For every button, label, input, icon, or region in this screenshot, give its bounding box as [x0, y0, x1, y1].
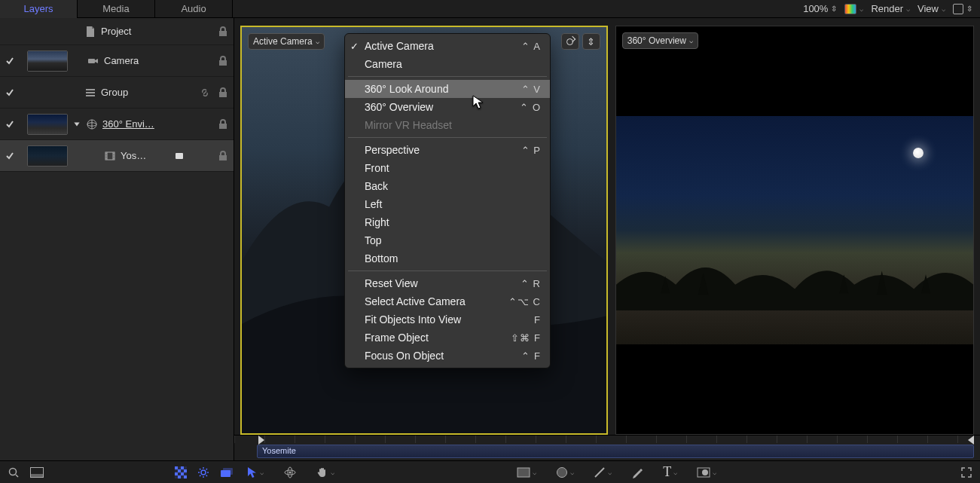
disclosure-triangle-icon[interactable]: [72, 118, 81, 130]
fullscreen-icon[interactable]: [960, 466, 972, 478]
menu-item-back[interactable]: Back: [345, 177, 550, 195]
menu-item-focus-object[interactable]: Focus On Object ⌃ F: [345, 347, 550, 365]
rectangle-tool[interactable]: ⌵: [517, 467, 536, 478]
timeline-clip[interactable]: Yosemite: [257, 445, 974, 458]
lock-icon[interactable]: [217, 87, 229, 99]
tab-media[interactable]: Media: [78, 0, 155, 18]
link-icon[interactable]: [199, 87, 211, 99]
visibility-checkbox[interactable]: [5, 119, 15, 130]
menu-shortcut: ⇧⌘ F: [511, 332, 541, 344]
lock-icon[interactable]: [217, 118, 229, 130]
orbit-tool[interactable]: [283, 466, 297, 479]
in-point-icon[interactable]: [257, 436, 266, 445]
menu-item-top[interactable]: Top: [345, 231, 550, 249]
visibility-checkbox[interactable]: [5, 26, 15, 37]
viewport-secondary[interactable]: 360° Overview ⌵: [615, 26, 974, 435]
layer-row-project[interactable]: Project: [0, 18, 234, 45]
menu-item-label: Frame Object: [365, 332, 429, 344]
environment-360-icon: [86, 118, 98, 130]
layer-row-environment[interactable]: 360° Envi…: [0, 109, 234, 140]
lock-icon[interactable]: [217, 26, 229, 38]
film-clip-icon: [104, 150, 116, 162]
view-label: View: [917, 3, 939, 14]
color-channels-dropdown[interactable]: ⌵: [844, 4, 863, 14]
menu-item-360-overview[interactable]: 360° Overview ⌃ O: [345, 98, 550, 116]
chevron-down-icon: ⌵: [331, 469, 334, 476]
svg-rect-16: [184, 475, 187, 478]
menu-item-camera[interactable]: Camera: [345, 55, 550, 73]
mask-tool[interactable]: ⌵: [697, 467, 716, 478]
svg-rect-19: [221, 470, 230, 477]
layer-row-camera[interactable]: Camera: [0, 45, 234, 77]
menu-item-front[interactable]: Front: [345, 159, 550, 177]
menu-item-select-active-camera[interactable]: Select Active Camera ⌃⌥ C: [345, 292, 550, 310]
svg-rect-11: [178, 469, 181, 472]
camera-select-dropdown[interactable]: Active Camera ⌵: [248, 33, 325, 50]
layout-square-icon: [953, 4, 963, 14]
svg-point-24: [557, 467, 567, 477]
layout-dropdown[interactable]: ⇳: [953, 4, 972, 14]
svg-rect-12: [184, 469, 187, 472]
menu-item-perspective[interactable]: Perspective ⌃ P: [345, 141, 550, 159]
zoom-dropdown[interactable]: 100% ⇳: [803, 3, 837, 14]
menu-item-left[interactable]: Left: [345, 195, 550, 213]
panorama-preview: [616, 116, 973, 344]
menu-separator: [348, 271, 547, 271]
visibility-checkbox[interactable]: [5, 56, 15, 66]
layer-row-group[interactable]: Group: [0, 77, 234, 109]
viewport-primary[interactable]: Active Camera ⌵ ⇕ ✓ Active Camera ⌃ A: [240, 26, 608, 435]
layer-row-clip[interactable]: Yos…: [0, 140, 234, 172]
layer-thumbnail: [27, 114, 68, 135]
lock-icon[interactable]: [217, 150, 229, 162]
circle-tool[interactable]: ⌵: [556, 466, 574, 478]
updown-icon: ⇳: [831, 6, 837, 12]
gear-icon[interactable]: [197, 466, 209, 478]
menu-item-bottom[interactable]: Bottom: [345, 249, 550, 267]
view-dropdown[interactable]: View ⌵: [917, 3, 945, 14]
layer-thumbnail: [27, 50, 68, 72]
select-tool[interactable]: ⌵: [247, 466, 264, 478]
line-tool[interactable]: ⌵: [594, 466, 612, 478]
svg-rect-0: [88, 59, 95, 63]
camera-select-dropdown[interactable]: 360° Overview ⌵: [622, 32, 698, 49]
out-point-icon[interactable]: [966, 436, 975, 445]
menu-item-360-look-around[interactable]: 360° Look Around ⌃ V: [345, 80, 550, 98]
menu-item-reset-view[interactable]: Reset View ⌃ R: [345, 274, 550, 292]
layers-panel: Project Camera: [0, 18, 234, 460]
camera-menu-popup: ✓ Active Camera ⌃ A Camera 360° Look Aro…: [344, 33, 551, 368]
pen-tool[interactable]: [631, 466, 643, 478]
viewport-expand-button[interactable]: ⇕: [582, 33, 600, 50]
visibility-checkbox[interactable]: [5, 151, 15, 161]
checker-icon[interactable]: [175, 466, 187, 478]
color-swatch-icon: [844, 4, 856, 14]
bottom-toolbar: ⌵ ⌵ ⌵ ⌵ ⌵: [0, 460, 980, 483]
menu-item-label: Right: [365, 216, 389, 228]
stack-icon[interactable]: [220, 467, 234, 478]
search-icon[interactable]: [8, 466, 20, 478]
lock-icon[interactable]: [217, 55, 229, 67]
render-dropdown[interactable]: Render ⌵: [871, 3, 910, 14]
top-tabbar: Layers Media Audio 100% ⇳ ⌵ Render ⌵ Vie…: [0, 0, 980, 18]
updown-icon: ⇳: [966, 6, 972, 12]
text-tool[interactable]: T ⌵: [663, 464, 677, 480]
hand-tool[interactable]: ⌵: [316, 466, 334, 478]
menu-item-right[interactable]: Right: [345, 213, 550, 231]
svg-rect-9: [175, 466, 178, 469]
panel-layout-icon[interactable]: [30, 467, 44, 478]
tab-layers[interactable]: Layers: [0, 0, 78, 18]
viewport-record-button[interactable]: [561, 33, 579, 50]
menu-item-label: Perspective: [365, 144, 420, 156]
menu-item-active-camera[interactable]: ✓ Active Camera ⌃ A: [345, 37, 550, 55]
menu-item-mirror-vr: Mirror VR Headset: [345, 116, 550, 134]
visibility-checkbox[interactable]: [5, 87, 15, 98]
menu-item-label: Mirror VR Headset: [365, 119, 452, 131]
menu-item-frame-object[interactable]: Frame Object ⇧⌘ F: [345, 329, 550, 347]
chevron-down-icon: ⌵: [608, 469, 612, 476]
tab-audio[interactable]: Audio: [155, 0, 233, 18]
svg-point-26: [702, 469, 708, 475]
mini-timeline[interactable]: Yosemite: [234, 435, 980, 460]
timeline-clip-label: Yosemite: [262, 446, 296, 455]
menu-shortcut: F: [534, 314, 541, 326]
menu-item-fit-objects[interactable]: Fit Objects Into View F: [345, 310, 550, 329]
svg-point-5: [10, 468, 17, 475]
